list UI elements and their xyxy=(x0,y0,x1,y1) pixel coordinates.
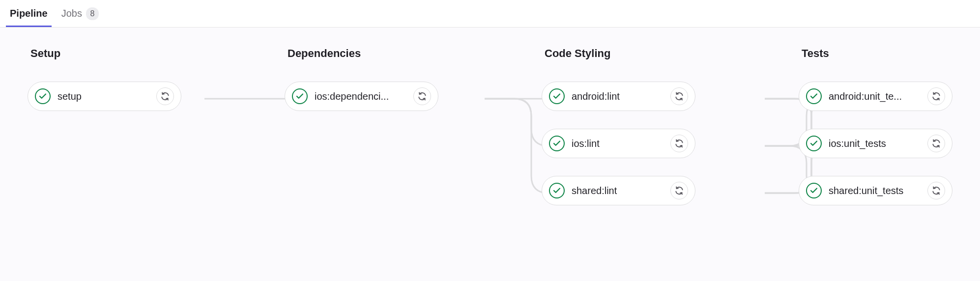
retry-button[interactable] xyxy=(927,87,945,105)
status-success-icon xyxy=(549,183,565,198)
retry-icon xyxy=(160,91,170,101)
job-name: ios:unit_tests xyxy=(829,138,921,149)
status-success-icon xyxy=(806,88,822,104)
tabs: Pipeline Jobs 8 xyxy=(0,0,980,28)
jobs-list: setup xyxy=(28,82,181,111)
job-shared-unit-tests[interactable]: shared:unit_tests xyxy=(799,176,952,205)
retry-button[interactable] xyxy=(413,87,431,105)
job-name: android:unit_te... xyxy=(829,91,921,102)
tab-jobs-badge: 8 xyxy=(86,7,99,20)
jobs-list: ios:dependenci... xyxy=(285,82,438,111)
stage-setup: Setup setup xyxy=(28,47,181,205)
job-name: ios:lint xyxy=(572,138,663,149)
retry-button[interactable] xyxy=(670,182,688,199)
stage-title: Dependencies xyxy=(285,47,438,60)
stage-title: Code Styling xyxy=(542,47,695,60)
retry-icon xyxy=(417,91,427,101)
job-ios-dependencies[interactable]: ios:dependenci... xyxy=(285,82,438,111)
job-ios-lint[interactable]: ios:lint xyxy=(542,129,695,158)
retry-button[interactable] xyxy=(927,135,945,152)
retry-icon xyxy=(674,186,684,196)
job-android-lint[interactable]: android:lint xyxy=(542,82,695,111)
tab-jobs[interactable]: Jobs 8 xyxy=(61,0,99,27)
retry-icon xyxy=(931,91,941,101)
status-success-icon xyxy=(806,183,822,198)
job-ios-unit-tests[interactable]: ios:unit_tests xyxy=(799,129,952,158)
status-success-icon xyxy=(292,88,308,104)
retry-button[interactable] xyxy=(670,87,688,105)
retry-icon xyxy=(674,91,684,101)
job-name: android:lint xyxy=(572,91,663,102)
job-name: setup xyxy=(58,91,149,102)
retry-button[interactable] xyxy=(156,87,174,105)
retry-icon xyxy=(931,139,941,148)
tab-pipeline-label: Pipeline xyxy=(10,8,48,19)
stage-tests: Tests android:unit_te... ios:unit_tests xyxy=(799,47,952,205)
job-name: shared:unit_tests xyxy=(829,185,921,197)
job-shared-lint[interactable]: shared:lint xyxy=(542,176,695,205)
stages-row: Setup setup Dependencies xyxy=(28,47,952,205)
job-android-unit-tests[interactable]: android:unit_te... xyxy=(799,82,952,111)
pipeline-graph: Setup setup Dependencies xyxy=(0,28,980,281)
stage-title: Setup xyxy=(28,47,181,60)
jobs-list: android:lint ios:lint xyxy=(542,82,695,205)
stage-title: Tests xyxy=(799,47,952,60)
job-name: shared:lint xyxy=(572,185,663,197)
stage-dependencies: Dependencies ios:dependenci... xyxy=(285,47,438,205)
tab-pipeline[interactable]: Pipeline xyxy=(10,0,48,27)
retry-button[interactable] xyxy=(670,135,688,152)
stage-code-styling: Code Styling android:lint ios:lint xyxy=(542,47,695,205)
status-success-icon xyxy=(549,88,565,104)
retry-icon xyxy=(674,139,684,148)
status-success-icon xyxy=(806,136,822,151)
status-success-icon xyxy=(549,136,565,151)
retry-button[interactable] xyxy=(927,182,945,199)
tab-jobs-label: Jobs xyxy=(61,8,82,19)
job-setup[interactable]: setup xyxy=(28,82,181,111)
job-name: ios:dependenci... xyxy=(315,91,406,102)
retry-icon xyxy=(931,186,941,196)
status-success-icon xyxy=(35,88,51,104)
jobs-list: android:unit_te... ios:unit_tests xyxy=(799,82,952,205)
